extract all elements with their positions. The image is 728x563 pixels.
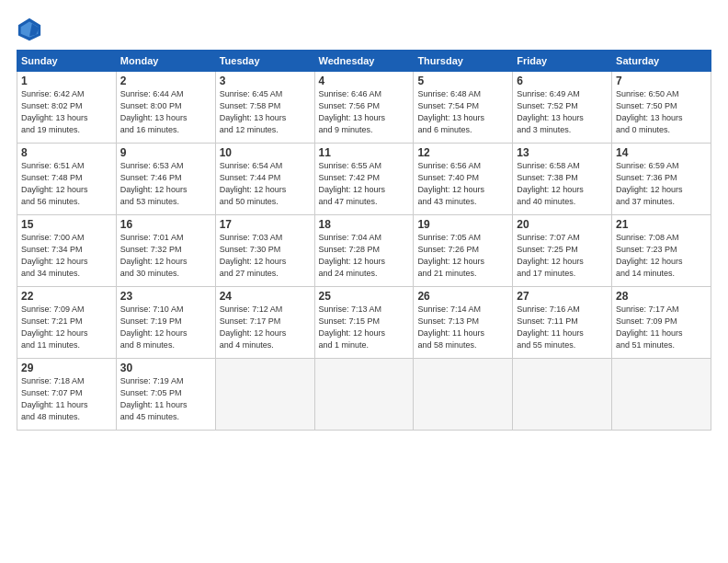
calendar-cell xyxy=(414,359,513,431)
calendar-cell: 20Sunrise: 7:07 AM Sunset: 7:25 PM Dayli… xyxy=(513,215,612,287)
calendar-week-row: 22Sunrise: 7:09 AM Sunset: 7:21 PM Dayli… xyxy=(17,287,711,359)
calendar-cell xyxy=(513,359,612,431)
day-info: Sunrise: 6:54 AM Sunset: 7:44 PM Dayligh… xyxy=(220,160,311,208)
day-number: 22 xyxy=(21,290,112,303)
calendar-cell: 17Sunrise: 7:03 AM Sunset: 7:30 PM Dayli… xyxy=(215,215,314,287)
day-number: 30 xyxy=(120,362,211,374)
day-info: Sunrise: 6:53 AM Sunset: 7:46 PM Dayligh… xyxy=(120,160,211,208)
calendar-cell: 28Sunrise: 7:17 AM Sunset: 7:09 PM Dayli… xyxy=(612,287,711,359)
calendar-cell: 3Sunrise: 6:45 AM Sunset: 7:58 PM Daylig… xyxy=(215,72,314,144)
day-number: 18 xyxy=(319,218,410,231)
calendar-week-row: 8Sunrise: 6:51 AM Sunset: 7:48 PM Daylig… xyxy=(17,144,711,215)
calendar-cell: 25Sunrise: 7:13 AM Sunset: 7:15 PM Dayli… xyxy=(314,287,414,359)
calendar-cell xyxy=(215,359,314,431)
logo-icon xyxy=(17,17,42,42)
day-number: 17 xyxy=(220,218,311,231)
day-number: 13 xyxy=(517,146,608,159)
day-info: Sunrise: 6:46 AM Sunset: 7:56 PM Dayligh… xyxy=(319,88,410,136)
day-info: Sunrise: 7:18 AM Sunset: 7:07 PM Dayligh… xyxy=(21,375,112,423)
day-number: 7 xyxy=(616,75,707,87)
day-number: 10 xyxy=(220,146,311,159)
day-info: Sunrise: 7:01 AM Sunset: 7:32 PM Dayligh… xyxy=(120,232,211,280)
day-info: Sunrise: 7:10 AM Sunset: 7:19 PM Dayligh… xyxy=(120,304,211,351)
calendar-cell: 4Sunrise: 6:46 AM Sunset: 7:56 PM Daylig… xyxy=(314,72,414,144)
day-number: 8 xyxy=(21,146,112,159)
calendar-cell xyxy=(612,359,711,431)
day-info: Sunrise: 6:45 AM Sunset: 7:58 PM Dayligh… xyxy=(220,88,311,136)
calendar-cell: 15Sunrise: 7:00 AM Sunset: 7:34 PM Dayli… xyxy=(17,215,117,287)
calendar-cell: 9Sunrise: 6:53 AM Sunset: 7:46 PM Daylig… xyxy=(116,144,215,215)
day-header-sunday: Sunday xyxy=(17,51,117,72)
day-number: 28 xyxy=(616,290,707,303)
day-info: Sunrise: 7:08 AM Sunset: 7:23 PM Dayligh… xyxy=(616,232,707,280)
day-header-thursday: Thursday xyxy=(414,51,513,72)
calendar-cell xyxy=(314,359,414,431)
calendar-cell: 19Sunrise: 7:05 AM Sunset: 7:26 PM Dayli… xyxy=(414,215,513,287)
calendar-week-row: 15Sunrise: 7:00 AM Sunset: 7:34 PM Dayli… xyxy=(17,215,711,287)
day-number: 11 xyxy=(319,146,410,159)
calendar-cell: 24Sunrise: 7:12 AM Sunset: 7:17 PM Dayli… xyxy=(215,287,314,359)
day-info: Sunrise: 7:07 AM Sunset: 7:25 PM Dayligh… xyxy=(517,232,608,280)
calendar-cell: 11Sunrise: 6:55 AM Sunset: 7:42 PM Dayli… xyxy=(314,144,414,215)
day-number: 27 xyxy=(517,290,608,303)
day-info: Sunrise: 7:19 AM Sunset: 7:05 PM Dayligh… xyxy=(120,375,211,423)
calendar-cell: 1Sunrise: 6:42 AM Sunset: 8:02 PM Daylig… xyxy=(17,72,117,144)
calendar-cell: 29Sunrise: 7:18 AM Sunset: 7:07 PM Dayli… xyxy=(17,359,117,431)
day-number: 4 xyxy=(319,75,410,87)
day-info: Sunrise: 7:03 AM Sunset: 7:30 PM Dayligh… xyxy=(220,232,311,280)
day-info: Sunrise: 7:16 AM Sunset: 7:11 PM Dayligh… xyxy=(517,304,608,351)
day-number: 24 xyxy=(220,290,311,303)
calendar-week-row: 29Sunrise: 7:18 AM Sunset: 7:07 PM Dayli… xyxy=(17,359,711,431)
day-number: 23 xyxy=(120,290,211,303)
day-number: 21 xyxy=(616,218,707,231)
calendar-header-row: SundayMondayTuesdayWednesdayThursdayFrid… xyxy=(17,51,711,72)
day-info: Sunrise: 7:05 AM Sunset: 7:26 PM Dayligh… xyxy=(417,232,508,280)
calendar-table: SundayMondayTuesdayWednesdayThursdayFrid… xyxy=(17,50,711,431)
calendar-cell: 10Sunrise: 6:54 AM Sunset: 7:44 PM Dayli… xyxy=(215,144,314,215)
day-info: Sunrise: 6:58 AM Sunset: 7:38 PM Dayligh… xyxy=(517,160,608,208)
day-info: Sunrise: 7:04 AM Sunset: 7:28 PM Dayligh… xyxy=(319,232,410,280)
day-info: Sunrise: 6:55 AM Sunset: 7:42 PM Dayligh… xyxy=(319,160,410,208)
calendar-cell: 30Sunrise: 7:19 AM Sunset: 7:05 PM Dayli… xyxy=(116,359,215,431)
day-number: 26 xyxy=(417,290,508,303)
calendar-cell: 5Sunrise: 6:48 AM Sunset: 7:54 PM Daylig… xyxy=(414,72,513,144)
day-number: 20 xyxy=(517,218,608,231)
day-number: 12 xyxy=(417,146,508,159)
day-number: 2 xyxy=(120,75,211,87)
day-info: Sunrise: 6:42 AM Sunset: 8:02 PM Dayligh… xyxy=(21,88,112,136)
calendar-cell: 22Sunrise: 7:09 AM Sunset: 7:21 PM Dayli… xyxy=(17,287,117,359)
calendar-week-row: 1Sunrise: 6:42 AM Sunset: 8:02 PM Daylig… xyxy=(17,72,711,144)
day-number: 5 xyxy=(417,75,508,87)
day-number: 14 xyxy=(616,146,707,159)
day-number: 16 xyxy=(120,218,211,231)
day-info: Sunrise: 7:12 AM Sunset: 7:17 PM Dayligh… xyxy=(220,304,311,351)
calendar-cell: 6Sunrise: 6:49 AM Sunset: 7:52 PM Daylig… xyxy=(513,72,612,144)
calendar-cell: 16Sunrise: 7:01 AM Sunset: 7:32 PM Dayli… xyxy=(116,215,215,287)
calendar-cell: 23Sunrise: 7:10 AM Sunset: 7:19 PM Dayli… xyxy=(116,287,215,359)
calendar-cell: 14Sunrise: 6:59 AM Sunset: 7:36 PM Dayli… xyxy=(612,144,711,215)
day-info: Sunrise: 7:14 AM Sunset: 7:13 PM Dayligh… xyxy=(417,304,508,351)
day-info: Sunrise: 7:00 AM Sunset: 7:34 PM Dayligh… xyxy=(21,232,112,280)
day-header-friday: Friday xyxy=(513,51,612,72)
calendar-cell: 26Sunrise: 7:14 AM Sunset: 7:13 PM Dayli… xyxy=(414,287,513,359)
day-info: Sunrise: 6:56 AM Sunset: 7:40 PM Dayligh… xyxy=(417,160,508,208)
day-info: Sunrise: 7:13 AM Sunset: 7:15 PM Dayligh… xyxy=(319,304,410,351)
day-header-tuesday: Tuesday xyxy=(215,51,314,72)
day-info: Sunrise: 6:48 AM Sunset: 7:54 PM Dayligh… xyxy=(417,88,508,136)
day-number: 3 xyxy=(220,75,311,87)
day-info: Sunrise: 6:59 AM Sunset: 7:36 PM Dayligh… xyxy=(616,160,707,208)
calendar-cell: 12Sunrise: 6:56 AM Sunset: 7:40 PM Dayli… xyxy=(414,144,513,215)
day-number: 25 xyxy=(319,290,410,303)
day-info: Sunrise: 6:44 AM Sunset: 8:00 PM Dayligh… xyxy=(120,88,211,136)
day-number: 19 xyxy=(417,218,508,231)
header xyxy=(17,17,711,42)
logo xyxy=(17,17,46,42)
calendar-cell: 7Sunrise: 6:50 AM Sunset: 7:50 PM Daylig… xyxy=(612,72,711,144)
day-info: Sunrise: 7:09 AM Sunset: 7:21 PM Dayligh… xyxy=(21,304,112,351)
day-info: Sunrise: 6:49 AM Sunset: 7:52 PM Dayligh… xyxy=(517,88,608,136)
day-number: 29 xyxy=(21,362,112,374)
day-info: Sunrise: 7:17 AM Sunset: 7:09 PM Dayligh… xyxy=(616,304,707,351)
calendar-cell: 2Sunrise: 6:44 AM Sunset: 8:00 PM Daylig… xyxy=(116,72,215,144)
day-info: Sunrise: 6:51 AM Sunset: 7:48 PM Dayligh… xyxy=(21,160,112,208)
page: SundayMondayTuesdayWednesdayThursdayFrid… xyxy=(0,0,728,563)
